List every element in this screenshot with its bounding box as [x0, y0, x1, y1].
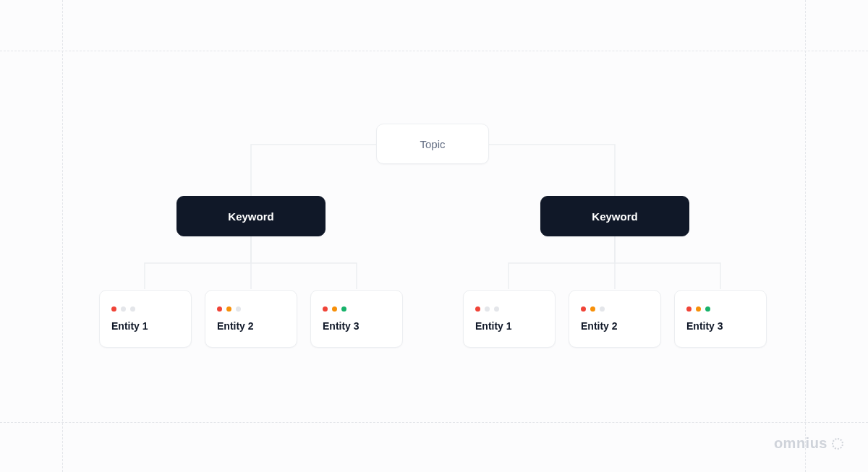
entity-label: Entity 1: [475, 320, 512, 332]
entity-card: Entity 3: [674, 290, 767, 348]
entity-label: Entity 3: [686, 320, 723, 332]
dot-red-icon: [217, 306, 222, 312]
dot-grey-icon: [121, 306, 126, 312]
dot-red-icon: [111, 306, 116, 312]
entity-label: Entity 2: [581, 320, 618, 332]
traffic-light-dots: [475, 306, 499, 312]
brand-text: omnius: [774, 435, 827, 452]
dot-orange-icon: [332, 306, 337, 312]
dot-red-icon: [686, 306, 692, 312]
topic-node: Topic: [376, 124, 489, 164]
connector-lines: [0, 0, 868, 472]
dot-grey-icon: [130, 306, 135, 312]
entity-card: Entity 3: [310, 290, 403, 348]
entity-label: Entity 3: [323, 320, 359, 332]
keyword-node-2: Keyword: [540, 196, 689, 236]
dot-red-icon: [581, 306, 586, 312]
dot-green-icon: [705, 306, 710, 312]
dot-grey-icon: [485, 306, 490, 312]
dot-green-icon: [341, 306, 346, 312]
traffic-light-dots: [581, 306, 605, 312]
dot-grey-icon: [600, 306, 605, 312]
dot-grey-icon: [494, 306, 499, 312]
dot-orange-icon: [696, 306, 701, 312]
traffic-light-dots: [686, 306, 710, 312]
traffic-light-dots: [217, 306, 241, 312]
keyword-label: Keyword: [592, 210, 637, 223]
dot-orange-icon: [590, 306, 595, 312]
dot-red-icon: [323, 306, 328, 312]
entity-label: Entity 1: [111, 320, 148, 332]
traffic-light-dots: [111, 306, 135, 312]
entity-card: Entity 1: [99, 290, 192, 348]
dot-red-icon: [475, 306, 480, 312]
keyword-node-1: Keyword: [176, 196, 326, 236]
dot-grey-icon: [236, 306, 241, 312]
entity-card: Entity 1: [463, 290, 556, 348]
dot-orange-icon: [226, 306, 231, 312]
traffic-light-dots: [323, 306, 346, 312]
diagram-canvas: Topic Keyword Keyword Entity 1 Entity 2 …: [0, 0, 868, 472]
entity-label: Entity 2: [217, 320, 254, 332]
topic-label: Topic: [420, 138, 445, 150]
brand-watermark: omnius: [774, 435, 843, 452]
keyword-label: Keyword: [228, 210, 273, 223]
entity-card: Entity 2: [205, 290, 297, 348]
brand-mark-icon: [832, 438, 843, 450]
entity-card: Entity 2: [569, 290, 661, 348]
